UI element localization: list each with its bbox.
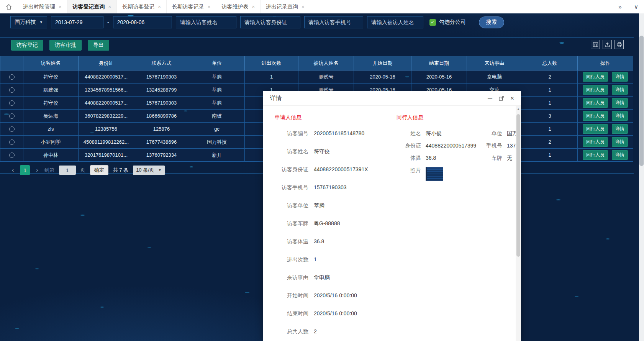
table-row: 符守佼 44088220000517... 15767190303 莘腾 1 测… [0, 70, 633, 84]
end-date-input[interactable] [113, 16, 172, 28]
field-label: 照片 [397, 167, 421, 174]
start-date-input[interactable] [51, 16, 103, 28]
branch-checkbox[interactable]: ✓ [429, 19, 436, 26]
companion-button[interactable]: 同行人员 [583, 124, 608, 134]
header-reason: 来访事由 [467, 56, 522, 70]
company-select[interactable]: 国万科技 ▼ [10, 16, 47, 28]
cell-total: 1 [522, 97, 578, 110]
detail-button[interactable]: 详情 [612, 137, 628, 147]
cell-name: zls [23, 123, 79, 136]
cell-phone: 17677438696 [134, 136, 189, 149]
tabs-more-icon[interactable]: » [612, 0, 628, 13]
cell-phone: 125876 [134, 123, 189, 136]
close-icon[interactable]: × [510, 95, 514, 102]
prev-page-icon[interactable]: ‹ [10, 167, 15, 174]
minimize-icon[interactable]: — [488, 96, 492, 101]
maximize-icon[interactable] [498, 95, 504, 101]
export-button[interactable]: 导出 [88, 40, 109, 51]
companion-button[interactable]: 同行人员 [583, 111, 608, 121]
detail-button[interactable]: 详情 [612, 150, 628, 160]
visitor-phone-input[interactable] [304, 16, 363, 28]
scroll-up-icon[interactable]: ▲ [516, 107, 521, 111]
cell-count: 1 [245, 70, 298, 84]
companion-section-title: 同行人信息 [397, 114, 500, 121]
companion-button[interactable]: 同行人员 [583, 72, 608, 82]
field-label: 身份证 [397, 143, 421, 149]
field-label: 总共人数 [275, 328, 308, 335]
cell-actions: 同行人员详情 [578, 84, 633, 97]
cell-id: 450881199812262... [79, 136, 134, 149]
cell-actions: 同行人员详情 [578, 70, 633, 84]
header-total: 总人数 [522, 56, 578, 70]
cell-name: 姚建强 [23, 84, 79, 97]
tabs-collapse-icon[interactable]: ∨ [628, 0, 644, 13]
detail-button[interactable]: 详情 [612, 111, 628, 121]
header-visited-name: 被访人姓名 [298, 56, 354, 70]
field-value: 2020/5/16 0:00:00 [314, 292, 357, 299]
detail-button[interactable]: 详情 [612, 124, 628, 134]
row-radio[interactable] [9, 74, 15, 80]
companion-photo[interactable] [426, 167, 443, 181]
goto-page-input[interactable] [59, 166, 76, 175]
tab-close-icon[interactable]: × [302, 4, 305, 10]
row-radio[interactable] [9, 87, 15, 93]
next-page-icon[interactable]: › [34, 167, 39, 174]
row-radio[interactable] [9, 152, 15, 158]
tab-close-icon[interactable]: × [208, 4, 211, 10]
companion-info-section: 同行人信息 姓名 符小俊 单位 国万 身份证 44088220000517399… [397, 114, 500, 186]
tab-access-records-query[interactable]: 进出记录查询 × [261, 0, 310, 13]
cell-total: 2 [522, 136, 578, 149]
field-value: 44088220000517399 [426, 143, 482, 149]
total-count-label: 共 7 条 [113, 167, 128, 174]
tab-longterm-visitor-registration[interactable]: 长期访客登记 × [117, 0, 167, 13]
action-button-bar: 访客登记 访客审批 导出 [11, 40, 109, 51]
export-data-button[interactable] [603, 40, 612, 49]
tab-visitor-maintenance[interactable]: 访客维护表 × [216, 0, 261, 13]
page-scrollbar[interactable] [639, 13, 644, 341]
chevron-down-icon: ▼ [39, 20, 43, 24]
row-radio[interactable] [9, 100, 15, 106]
tab-time-management[interactable]: 进出时段管理 × [18, 0, 67, 13]
visitor-register-button[interactable]: 访客登记 [11, 40, 43, 51]
branch-checkbox-wrap[interactable]: ✓ 勾选分公司 [429, 19, 466, 26]
visitor-name-input[interactable] [176, 16, 236, 28]
cell-name: 符守佼 [23, 70, 79, 84]
modal-scrollbar[interactable]: ▲ [516, 106, 521, 341]
visitor-id-input[interactable] [240, 16, 300, 28]
tab-label: 访客维护表 [221, 3, 248, 10]
modal-scrollbar-thumb[interactable] [516, 114, 520, 257]
tab-close-icon[interactable]: × [59, 4, 62, 10]
visited-name-input[interactable] [367, 16, 423, 28]
print-button[interactable] [615, 40, 624, 49]
page-size-select[interactable]: 10 条/页 ▼ [133, 166, 165, 175]
detail-button[interactable]: 详情 [612, 72, 628, 82]
tab-longterm-visitor-records[interactable]: 长期访客记录 × [167, 0, 216, 13]
current-page-button[interactable]: 1 [20, 165, 30, 175]
search-button[interactable]: 搜索 [479, 16, 504, 28]
page-scrollbar-thumb[interactable] [639, 36, 644, 166]
panel-divider [0, 37, 634, 38]
row-radio[interactable] [9, 126, 15, 132]
companion-button[interactable]: 同行人员 [583, 150, 608, 160]
tab-visitor-registration-query[interactable]: 访客登记查询 × [67, 0, 117, 13]
columns-icon [593, 42, 598, 48]
field-label: 访客姓名 [275, 148, 308, 155]
companion-button[interactable]: 同行人员 [583, 85, 608, 95]
field-label: 访客单位 [275, 202, 308, 209]
home-icon[interactable] [0, 0, 18, 13]
visitor-approve-button[interactable]: 访客审批 [49, 40, 82, 51]
tab-label: 访客登记查询 [73, 3, 105, 10]
companion-button[interactable]: 同行人员 [583, 137, 608, 147]
detail-button[interactable]: 详情 [612, 98, 628, 108]
companion-button[interactable]: 同行人员 [583, 98, 608, 108]
row-radio[interactable] [9, 113, 15, 119]
tab-close-icon[interactable]: × [108, 4, 111, 10]
goto-confirm-button[interactable]: 确定 [90, 165, 108, 175]
column-settings-button[interactable] [591, 40, 600, 49]
row-radio[interactable] [9, 139, 15, 145]
tab-close-icon[interactable]: × [158, 4, 161, 10]
field-value: 符守佼 [314, 148, 330, 155]
tab-close-icon[interactable]: × [252, 4, 255, 10]
table-tools [591, 40, 624, 49]
detail-button[interactable]: 详情 [612, 85, 628, 95]
